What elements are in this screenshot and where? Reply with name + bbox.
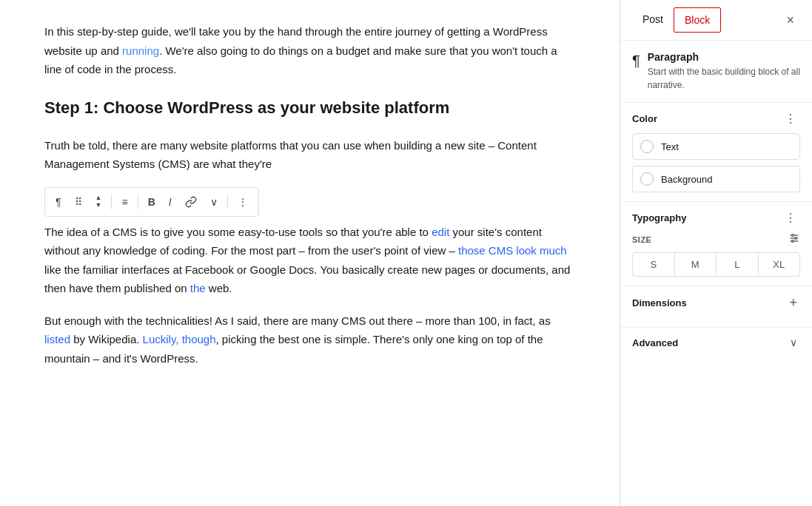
- link-button[interactable]: [179, 192, 203, 212]
- size-options: S M L XL: [632, 252, 800, 277]
- color-section-title: Color: [632, 113, 657, 124]
- typography-section-title: Typography: [632, 212, 686, 223]
- typography-section: Typography ⋮ SIZE S M L XL: [620, 202, 812, 286]
- paragraph-before-toolbar: Truth be told, there are many website pl…: [44, 136, 575, 174]
- tab-post[interactable]: Post: [632, 7, 674, 33]
- highlight-edit: edit: [432, 226, 449, 238]
- typography-more-button[interactable]: ⋮: [782, 211, 800, 225]
- text-color-radio: [640, 140, 654, 153]
- paragraph-technicalities: But enough with the technicalities! As I…: [44, 311, 575, 368]
- separator2: [138, 195, 138, 209]
- size-label-container: SIZE: [632, 232, 800, 246]
- advanced-title: Advanced: [632, 337, 678, 348]
- italic-button[interactable]: I: [163, 192, 178, 212]
- color-section-header: Color ⋮: [632, 112, 800, 126]
- close-button[interactable]: ×: [780, 10, 800, 31]
- svg-point-4: [795, 237, 797, 240]
- block-title: Paragraph: [648, 51, 800, 63]
- inline-toolbar: ¶ ⠿ ▲▼ ≡ B I ∨ ⋮: [44, 187, 259, 217]
- paragraph-cms: The idea of a CMS is to give you some ea…: [44, 223, 575, 298]
- heading-step1: Step 1: Choose WordPress as your website…: [44, 94, 575, 121]
- separator1: [111, 195, 112, 209]
- bold-button[interactable]: B: [142, 192, 161, 212]
- size-filter-icon: [788, 232, 800, 246]
- drag-button[interactable]: ⠿: [69, 192, 88, 212]
- size-xl-button[interactable]: XL: [759, 253, 800, 276]
- background-color-radio: [640, 172, 654, 186]
- dimensions-section-header: Dimensions +: [632, 295, 800, 311]
- advanced-header: Advanced ∨: [632, 337, 800, 348]
- background-color-option[interactable]: Background: [632, 166, 800, 192]
- svg-point-3: [792, 235, 794, 237]
- sidebar-header: Post Block ×: [620, 0, 812, 41]
- advanced-chevron-button[interactable]: ∨: [787, 337, 800, 348]
- highlight-listed: listed: [44, 333, 70, 345]
- advanced-section: Advanced ∨: [620, 328, 812, 357]
- dimensions-section-title: Dimensions: [632, 297, 687, 308]
- color-more-button[interactable]: ⋮: [782, 112, 800, 126]
- move-button[interactable]: ▲▼: [90, 191, 108, 213]
- block-paragraph-icon: ¶: [632, 53, 640, 70]
- color-section: Color ⋮ Text Background: [620, 103, 812, 202]
- text-color-option[interactable]: Text: [632, 133, 800, 160]
- align-button[interactable]: ≡: [115, 192, 133, 212]
- size-label-text: SIZE: [632, 235, 651, 244]
- block-info: ¶ Paragraph Start with the basic buildin…: [620, 41, 812, 103]
- options-button[interactable]: ⋮: [232, 192, 254, 212]
- typography-section-header: Typography ⋮: [632, 211, 800, 225]
- highlight-luckily: Luckily, though: [143, 333, 216, 345]
- highlight-running: running: [122, 44, 159, 57]
- highlight-the: the: [190, 282, 206, 294]
- svg-point-5: [792, 240, 794, 243]
- size-l-button[interactable]: L: [717, 253, 759, 276]
- separator3: [227, 195, 228, 209]
- background-color-label: Background: [661, 174, 712, 185]
- block-description-container: Paragraph Start with the basic building …: [648, 51, 800, 92]
- intro-paragraph: In this step-by-step guide, we'll take y…: [44, 22, 575, 79]
- tab-block[interactable]: Block: [674, 7, 721, 33]
- dimensions-section: Dimensions +: [620, 286, 812, 328]
- dimensions-plus-button[interactable]: +: [786, 295, 800, 311]
- content-area: In this step-by-step guide, we'll take y…: [0, 0, 620, 506]
- size-m-button[interactable]: M: [675, 253, 717, 276]
- highlight-those: those CMS look much: [458, 244, 567, 257]
- sidebar: Post Block × ¶ Paragraph Start with the …: [620, 0, 812, 506]
- more-options-button[interactable]: ∨: [204, 192, 224, 212]
- block-desc: Start with the basic building block of a…: [648, 65, 800, 92]
- size-s-button[interactable]: S: [633, 253, 675, 276]
- text-color-label: Text: [661, 141, 679, 152]
- paragraph-button[interactable]: ¶: [50, 192, 67, 212]
